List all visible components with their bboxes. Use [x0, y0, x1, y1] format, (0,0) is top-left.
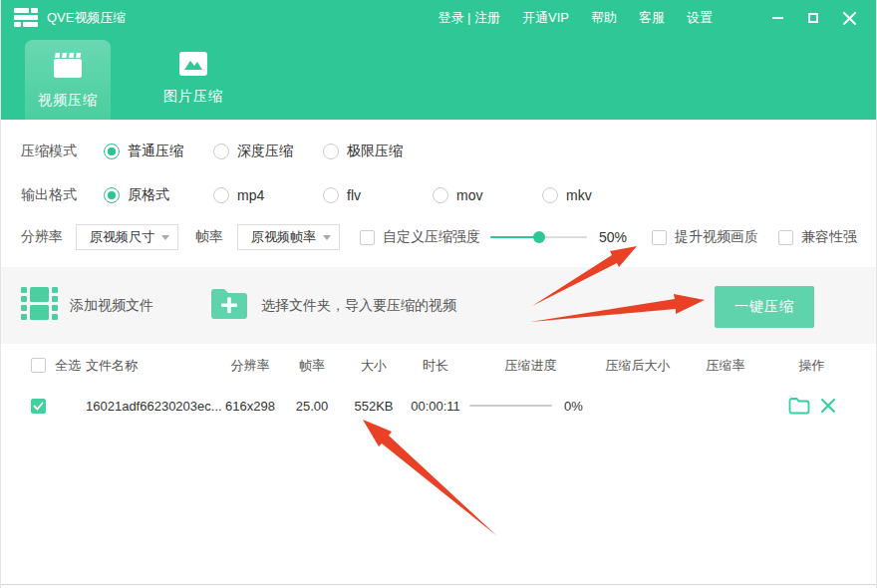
- col-size: 大小: [346, 357, 402, 375]
- table-header: 全选 文件名称 分辨率 帧率 大小 时长 压缩进度 压缩后大小 压缩率 操作: [1, 344, 876, 387]
- radio-icon: [213, 144, 229, 159]
- clapperboard-icon: [51, 51, 85, 84]
- compatibility-label: 兼容性强: [801, 228, 857, 246]
- resolution-label: 分辨率: [21, 228, 76, 246]
- resolution-dropdown[interactable]: 原视频尺寸: [76, 224, 178, 250]
- cell-duration: 00:00:11: [402, 399, 469, 414]
- app-logo-icon: [14, 8, 38, 28]
- select-all-checkbox[interactable]: [31, 358, 46, 373]
- chevron-down-icon: [323, 235, 331, 240]
- arrow-to-size-value: [363, 420, 497, 536]
- radio-normal-compress[interactable]: 普通压缩: [104, 143, 213, 160]
- radio-icon: [213, 187, 229, 203]
- window-bottom-border: [1, 584, 876, 585]
- app-title: QVE视频压缩: [47, 9, 126, 27]
- radio-format-original[interactable]: 原格式: [104, 186, 213, 204]
- advanced-options-row: 分辨率 原视频尺寸 帧率 原视频帧率 自定义压缩强度 50% 提升视频画质 兼容…: [1, 223, 876, 251]
- custom-strength-label: 自定义压缩强度: [383, 228, 480, 246]
- strength-slider[interactable]: [490, 230, 587, 244]
- col-ratio: 压缩率: [684, 357, 767, 375]
- cell-size: 552KB: [346, 399, 402, 414]
- maximize-icon[interactable]: [802, 7, 824, 29]
- minimize-icon[interactable]: [766, 7, 788, 29]
- add-folder-label: 选择文件夹，导入要压缩的视频: [261, 297, 456, 315]
- open-folder-icon[interactable]: [788, 397, 810, 415]
- radio-extreme-compress[interactable]: 极限压缩: [323, 143, 433, 160]
- table-row: 16021adf66230203ec... 616x298 25.00 552K…: [1, 387, 876, 425]
- select-all-label: 全选: [51, 357, 86, 375]
- radio-format-flv[interactable]: flv: [323, 187, 433, 203]
- radio-icon: [433, 187, 448, 203]
- title-bar: QVE视频压缩 登录 | 注册 开通VIP 帮助 客服 设置: [1, 0, 876, 36]
- tab-image-compress[interactable]: 图片压缩: [150, 36, 236, 120]
- row-checkbox[interactable]: [31, 399, 46, 414]
- enhance-quality-checkbox[interactable]: [652, 230, 667, 245]
- radio-deep-compress[interactable]: 深度压缩: [213, 143, 323, 160]
- slider-thumb[interactable]: [533, 231, 545, 243]
- cell-fps: 25.00: [278, 399, 346, 414]
- radio-icon: [323, 187, 339, 203]
- service-link[interactable]: 客服: [639, 9, 665, 27]
- folder-plus-icon: [209, 286, 249, 326]
- col-progress: 压缩进度: [469, 357, 592, 375]
- help-link[interactable]: 帮助: [591, 9, 617, 27]
- radio-format-mp4[interactable]: mp4: [213, 187, 323, 203]
- col-after-size: 压缩后大小: [592, 357, 684, 375]
- vip-link[interactable]: 开通VIP: [522, 9, 569, 27]
- action-band: 添加视频文件 选择文件夹，导入要压缩的视频 一键压缩: [1, 267, 876, 344]
- app-window: QVE视频压缩 登录 | 注册 开通VIP 帮助 客服 设置: [0, 0, 877, 588]
- settings-link[interactable]: 设置: [687, 9, 713, 27]
- radio-icon: [323, 144, 339, 159]
- col-resolution: 分辨率: [222, 357, 278, 375]
- image-icon: [178, 51, 208, 80]
- tab-strip: 视频压缩 图片压缩: [1, 36, 876, 120]
- radio-format-mkv[interactable]: mkv: [542, 187, 652, 203]
- slider-fill: [490, 236, 539, 238]
- titlebar-menu: 登录 | 注册 开通VIP 帮助 客服 设置: [438, 7, 876, 29]
- fps-dropdown[interactable]: 原视频帧率: [237, 224, 340, 250]
- login-register-link[interactable]: 登录 | 注册: [438, 9, 500, 27]
- filmstrip-icon: [21, 286, 58, 326]
- strength-percent: 50%: [599, 229, 627, 245]
- radio-icon: [104, 187, 120, 203]
- cell-progress: 0%: [469, 399, 592, 414]
- col-filename: 文件名称: [86, 357, 222, 375]
- col-actions: 操作: [767, 357, 856, 375]
- tab-label: 图片压缩: [163, 88, 223, 106]
- output-format-label: 输出格式: [21, 186, 104, 204]
- compression-mode-label: 压缩模式: [21, 143, 104, 160]
- cell-actions: [767, 397, 856, 415]
- compression-mode-row: 压缩模式 普通压缩 深度压缩 极限压缩: [1, 138, 876, 165]
- progress-bar: [469, 405, 552, 407]
- chevron-down-icon: [161, 235, 169, 240]
- radio-icon: [104, 144, 120, 159]
- remove-file-icon[interactable]: [820, 398, 836, 414]
- close-icon[interactable]: [838, 7, 860, 29]
- col-duration: 时长: [402, 357, 469, 375]
- one-click-compress-button[interactable]: 一键压缩: [715, 286, 814, 328]
- window-controls: [766, 7, 860, 29]
- output-format-row: 输出格式 原格式 mp4 flv mov mkv: [1, 181, 876, 209]
- enhance-quality-label: 提升视频画质: [675, 228, 758, 246]
- compatibility-checkbox[interactable]: [778, 230, 793, 245]
- add-folder-button[interactable]: 选择文件夹，导入要压缩的视频: [209, 286, 456, 326]
- progress-percent: 0%: [564, 399, 583, 414]
- cell-resolution: 616x298: [222, 399, 278, 414]
- custom-strength-checkbox[interactable]: [360, 230, 375, 245]
- col-fps: 帧率: [278, 357, 346, 375]
- cell-filename: 16021adf66230203ec...: [86, 399, 222, 414]
- radio-icon: [542, 187, 558, 203]
- add-video-files-button[interactable]: 添加视频文件: [21, 286, 153, 326]
- fps-label: 帧率: [195, 228, 223, 246]
- tab-video-compress[interactable]: 视频压缩: [25, 40, 111, 120]
- tab-label: 视频压缩: [38, 92, 98, 110]
- add-video-files-label: 添加视频文件: [70, 297, 153, 315]
- radio-format-mov[interactable]: mov: [433, 187, 542, 203]
